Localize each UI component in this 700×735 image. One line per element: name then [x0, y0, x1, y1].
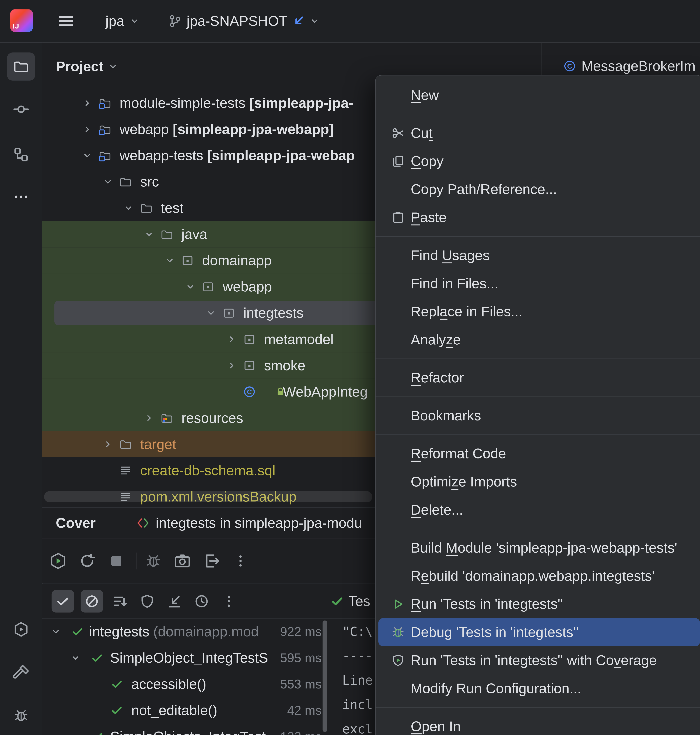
module-folder-icon [99, 123, 111, 136]
chevron-right-icon[interactable] [82, 98, 93, 108]
chevron-down-icon[interactable] [82, 150, 93, 161]
chevron-down-icon[interactable] [124, 203, 134, 213]
show-passed-toggle[interactable] [51, 590, 74, 612]
chevron-down-icon[interactable] [206, 308, 216, 318]
menu-item-label: Replace in Files... [411, 304, 522, 320]
tree-item-label: java [181, 221, 207, 248]
menu-separator [375, 236, 700, 237]
test-row[interactable]: accessible()553 ms [42, 671, 324, 697]
test-name: SimpleObject_IntegTestS [110, 645, 268, 671]
menu-item[interactable]: Modify Run Configuration... [378, 674, 700, 703]
sort-icon[interactable] [110, 591, 130, 611]
menu-item-label: Find Usages [411, 248, 490, 263]
tree-item-label: smoke [264, 352, 305, 379]
menu-item[interactable]: Reformat Code [378, 440, 700, 468]
vertical-scrollbar[interactable] [322, 621, 327, 732]
menu-item-label: Refactor [411, 370, 464, 386]
project-folder-icon [13, 59, 29, 75]
test-duration: 553 ms [263, 671, 322, 697]
menu-item[interactable]: New [378, 81, 700, 109]
menu-item-label: Run 'Tests in 'integtests'' with Coverag… [411, 652, 657, 668]
chevron-right-icon[interactable] [226, 360, 237, 371]
copy-icon [388, 154, 409, 168]
test-row[interactable]: SimpleObject_IntegTestS595 ms [42, 645, 324, 671]
project-panel-header[interactable]: Project [56, 43, 118, 90]
commit-tool-icon[interactable] [13, 101, 29, 117]
menu-item[interactable]: Analyze [378, 326, 700, 354]
branch-name: jpa-SNAPSHOT [187, 13, 287, 29]
menu-item[interactable]: Copy [378, 147, 700, 175]
rerun-tests-icon[interactable] [48, 550, 68, 571]
module-folder-icon [99, 97, 111, 109]
debug-tool-icon[interactable] [13, 708, 29, 724]
services-tool-icon[interactable] [13, 622, 29, 637]
chevron-down-icon[interactable] [71, 732, 81, 735]
build-tool-icon[interactable] [13, 665, 29, 681]
menu-item[interactable]: Copy Path/Reference... [378, 175, 700, 204]
main-menu-icon[interactable] [54, 11, 78, 31]
coverage-title: Cover [56, 515, 96, 531]
coverage-icon [136, 516, 150, 530]
menu-item-label: Debug 'Tests in 'integtests'' [411, 624, 579, 640]
menu-item[interactable]: Optimize Imports [378, 468, 700, 496]
chevron-down-icon[interactable] [51, 626, 61, 637]
stop-icon[interactable] [106, 550, 126, 571]
shield-icon[interactable] [137, 591, 157, 611]
chevron-right-icon[interactable] [103, 439, 113, 449]
chevron-down-icon[interactable] [185, 282, 196, 292]
menu-item[interactable]: Paste [378, 204, 700, 232]
menu-item[interactable]: Find in Files... [378, 270, 700, 298]
test-name: not_editable() [131, 697, 217, 724]
menu-item[interactable]: Bookmarks [378, 402, 700, 430]
module-folder-icon [99, 150, 111, 162]
left-rail [0, 43, 43, 735]
vcs-branch-widget[interactable]: jpa-SNAPSHOT [168, 0, 319, 42]
menu-item[interactable]: Run 'Tests in 'integtests'' with Coverag… [378, 646, 700, 675]
coverage-label: integtests in simpleapp-jpa-modu [156, 515, 362, 531]
tree-item-label: resources [181, 405, 243, 431]
chevron-down-icon[interactable] [103, 177, 113, 187]
menu-item[interactable]: Debug 'Tests in 'integtests'' [378, 618, 700, 646]
class-icon: C [243, 386, 256, 398]
project-selector[interactable]: jpa [106, 0, 139, 42]
chevron-right-icon[interactable] [144, 413, 154, 423]
more-options-icon[interactable] [219, 591, 239, 611]
toolbar-divider [136, 552, 137, 569]
import-order-icon[interactable] [164, 591, 185, 611]
menu-item[interactable]: Run 'Tests in 'integtests'' [378, 590, 700, 618]
debug-rerun-icon[interactable] [143, 550, 164, 571]
more-tools-icon[interactable] [13, 189, 29, 205]
package-icon [243, 359, 256, 372]
folder-icon [161, 228, 173, 241]
test-passed-icon [110, 704, 123, 717]
menu-item[interactable]: Find Usages [378, 241, 700, 270]
test-row[interactable]: SimpleObjects_IntegTest122 ms [42, 724, 324, 735]
menu-item[interactable]: Cut [378, 119, 700, 147]
export-icon[interactable] [201, 550, 222, 571]
menu-separator [375, 707, 700, 708]
menu-item-label: Paste [411, 210, 447, 226]
menu-item[interactable]: Rebuild 'domainapp.webapp.integtests' [378, 562, 700, 590]
test-row[interactable]: integtests (domainapp.mod922 ms [42, 619, 324, 645]
chevron-down-icon[interactable] [71, 653, 81, 663]
menu-item[interactable]: Open In [378, 712, 700, 735]
chevron-right-icon[interactable] [226, 334, 237, 345]
chevron-down-icon[interactable] [144, 229, 154, 239]
more-options-icon[interactable] [230, 550, 251, 571]
editor-tab-label[interactable]: MessageBrokerIm [581, 58, 696, 74]
scissors-icon [388, 126, 409, 140]
show-ignored-toggle[interactable] [81, 590, 103, 612]
menu-item[interactable]: Refactor [378, 364, 700, 392]
horizontal-scrollbar[interactable] [44, 491, 372, 502]
rerun-icon[interactable] [77, 550, 97, 571]
structure-tool-icon[interactable] [13, 147, 29, 163]
test-row[interactable]: not_editable()42 ms [42, 697, 324, 724]
history-clock-icon[interactable] [191, 591, 212, 611]
menu-item[interactable]: Build Module 'simpleapp-jpa-webapp-tests… [378, 534, 700, 562]
chevron-right-icon[interactable] [82, 124, 93, 135]
project-tool-button[interactable] [7, 53, 35, 81]
menu-item[interactable]: Delete... [378, 496, 700, 524]
chevron-down-icon[interactable] [165, 255, 175, 266]
snapshot-icon[interactable] [172, 550, 193, 571]
menu-item[interactable]: Replace in Files... [378, 298, 700, 326]
